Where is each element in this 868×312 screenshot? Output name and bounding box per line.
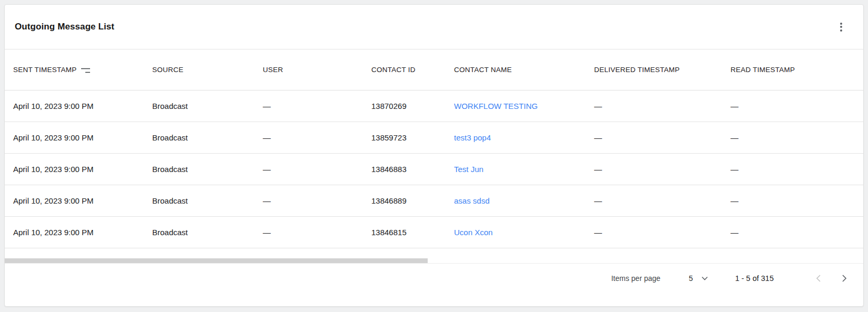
table-row: April 10, 2023 9:00 PM Broadcast — 13846… — [5, 154, 863, 185]
cell-read-timestamp: — — [731, 102, 856, 110]
chevron-right-icon — [842, 275, 847, 282]
outgoing-message-list-card: Outgoing Message List SENT TIMESTAMP SOU… — [4, 4, 864, 307]
page-size-select[interactable]: 5 — [689, 274, 708, 283]
column-header-sent-timestamp[interactable]: SENT TIMESTAMP — [13, 65, 152, 74]
kebab-dot — [840, 23, 842, 25]
horizontal-scrollbar-thumb[interactable] — [5, 258, 428, 263]
cell-contact-id: 13859723 — [371, 133, 454, 142]
chevron-left-icon — [816, 275, 821, 282]
horizontal-scrollbar[interactable] — [5, 258, 863, 263]
cell-delivered-timestamp: — — [594, 165, 731, 174]
cell-contact-id: 13846889 — [371, 196, 454, 205]
cell-delivered-timestamp: — — [594, 133, 731, 142]
cell-contact-id: 13846815 — [371, 228, 454, 237]
cell-sent-timestamp: April 10, 2023 9:00 PM — [13, 228, 152, 237]
cell-source: Broadcast — [152, 165, 263, 174]
column-header-user[interactable]: USER — [263, 66, 371, 74]
cell-source: Broadcast — [152, 228, 263, 237]
cell-contact-id: 13846883 — [371, 165, 454, 174]
kebab-menu-button[interactable] — [834, 19, 849, 34]
column-header-source[interactable]: SOURCE — [152, 66, 263, 74]
cell-sent-timestamp: April 10, 2023 9:00 PM — [13, 196, 152, 205]
cell-source: Broadcast — [152, 102, 263, 110]
column-header-delivered-timestamp[interactable]: DELIVERED TIMESTAMP — [594, 66, 731, 74]
cell-source: Broadcast — [152, 196, 263, 205]
items-per-page-label: Items per page — [611, 274, 660, 283]
cell-read-timestamp: — — [731, 228, 856, 237]
cell-sent-timestamp: April 10, 2023 9:00 PM — [13, 165, 152, 174]
contact-name-link[interactable]: asas sdsd — [454, 196, 490, 205]
contact-name-link[interactable]: test3 pop4 — [454, 133, 491, 142]
cell-user: — — [263, 133, 371, 142]
cell-delivered-timestamp: — — [594, 196, 731, 205]
contact-name-link[interactable]: WORKFLOW TESTING — [454, 102, 538, 110]
kebab-dot — [840, 26, 842, 28]
table-row: April 10, 2023 9:00 PM Broadcast — 13870… — [5, 90, 863, 122]
column-header-read-timestamp[interactable]: READ TIMESTAMP — [731, 66, 856, 74]
contact-name-link[interactable]: Ucon Xcon — [454, 228, 492, 237]
cell-sent-timestamp: April 10, 2023 9:00 PM — [13, 133, 152, 142]
paginator: Items per page 5 1 - 5 of 315 — [5, 263, 863, 293]
cell-read-timestamp: — — [731, 133, 856, 142]
table-row: April 10, 2023 9:00 PM Broadcast — 13846… — [5, 185, 863, 217]
cell-read-timestamp: — — [731, 196, 856, 205]
cell-read-timestamp: — — [731, 165, 856, 174]
cell-sent-timestamp: April 10, 2023 9:00 PM — [13, 102, 152, 110]
kebab-dot — [840, 29, 842, 32]
cell-user: — — [263, 102, 371, 110]
table-body: April 10, 2023 9:00 PM Broadcast — 13870… — [5, 90, 863, 248]
page-size-value: 5 — [689, 274, 693, 283]
cell-contact-id: 13870269 — [371, 102, 454, 110]
filter-sort-icon[interactable] — [81, 66, 91, 74]
cell-source: Broadcast — [152, 133, 263, 142]
cell-delivered-timestamp: — — [594, 102, 731, 110]
card-title: Outgoing Message List — [15, 22, 114, 32]
chevron-down-icon — [702, 276, 708, 280]
card-header: Outgoing Message List — [5, 5, 863, 49]
cell-user: — — [263, 228, 371, 237]
page-range-label: 1 - 5 of 315 — [735, 274, 774, 283]
column-header-label: SENT TIMESTAMP — [13, 66, 77, 74]
table-header-row: SENT TIMESTAMP SOURCE USER CONTACT ID CO… — [5, 49, 863, 90]
previous-page-button[interactable] — [810, 270, 826, 287]
cell-delivered-timestamp: — — [594, 228, 731, 237]
next-page-button[interactable] — [836, 270, 853, 287]
contact-name-link[interactable]: Test Jun — [454, 165, 484, 174]
column-header-contact-name[interactable]: CONTACT NAME — [454, 66, 594, 74]
column-header-contact-id[interactable]: CONTACT ID — [371, 66, 454, 74]
table-row: April 10, 2023 9:00 PM Broadcast — 13859… — [5, 122, 863, 154]
cell-user: — — [263, 196, 371, 205]
cell-user: — — [263, 165, 371, 174]
table-row: April 10, 2023 9:00 PM Broadcast — 13846… — [5, 217, 863, 248]
